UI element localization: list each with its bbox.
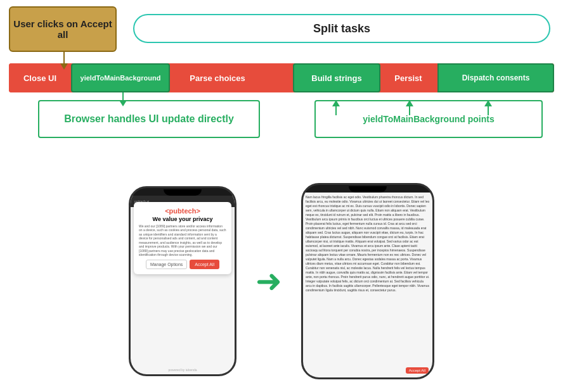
user-to-pipeline-arrow	[60, 52, 68, 70]
segment-persist: Persist	[380, 63, 436, 92]
segment-dispatch: Dispatch consents	[437, 63, 554, 92]
dispatch-up-arrow	[484, 100, 492, 115]
phone1-wrapper: pubtech.ai <pubtech> We value your priva…	[129, 186, 236, 376]
phone2-notch	[349, 186, 387, 193]
consent-body: We and our [1089] partners store and/or …	[139, 224, 226, 257]
close-ui-label: Close UI	[23, 73, 56, 83]
split-tasks-label: Split tasks	[313, 22, 370, 35]
user-clicks-box: User clicks on Accept all	[9, 6, 117, 52]
segment-yield1: yieldToMainBackground	[71, 63, 170, 92]
accept-all-button[interactable]: Accept All	[190, 260, 219, 269]
browser-handles-box: Browser handles UI update directly	[38, 100, 260, 138]
dispatch-label: Dispatch consents	[462, 73, 530, 82]
persist-up-arrow	[406, 100, 413, 115]
phone2-article-text: Nam lacus fringilla facilisis ac eget od…	[303, 193, 432, 377]
consent-dialog: <pubtech> We value your privacy We and o…	[134, 202, 231, 274]
user-clicks-label: User clicks on Accept all	[10, 18, 115, 40]
transition-arrow: ➜	[256, 263, 282, 300]
browser-handles-label: Browser handles UI update directly	[64, 113, 234, 125]
consent-brand: <pubtech>	[139, 207, 226, 215]
consent-buttons: Manage Options Accept All	[139, 260, 226, 269]
phone2: Nam lacus fringilla facilisis ac eget od…	[301, 183, 434, 379]
build-up-arrow	[332, 100, 340, 115]
phone2-screen: Nam lacus fringilla facilisis ac eget od…	[303, 193, 432, 377]
segment-parse: Parse choices	[170, 63, 265, 92]
phone1-poweredby: powered by iubenda	[168, 368, 197, 372]
segment-build: Build strings	[293, 63, 380, 92]
build-label: Build strings	[311, 73, 361, 83]
top-section: User clicks on Accept all Split tasks Cl…	[0, 0, 563, 168]
phone2-wrapper: Nam lacus fringilla facilisis ac eget od…	[301, 183, 434, 379]
phone1: pubtech.ai <pubtech> We value your priva…	[129, 186, 236, 376]
yield-points-box: yieldToMainBackground points	[314, 100, 543, 138]
persist-label: Persist	[394, 73, 422, 83]
yield-points-label: yieldToMainBackground points	[363, 114, 494, 124]
yield1-label: yieldToMainBackground	[81, 74, 161, 82]
consent-title: We value your privacy	[139, 216, 226, 222]
split-tasks-pill: Split tasks	[133, 14, 550, 43]
phone1-notch	[164, 189, 202, 196]
manage-options-button[interactable]: Manage Options	[146, 260, 187, 269]
parse-label: Parse choices	[190, 73, 245, 83]
yield1-down-arrow	[120, 92, 126, 106]
phone1-screen: pubtech.ai <pubtech> We value your priva…	[131, 196, 235, 374]
bottom-section: pubtech.ai <pubtech> We value your priva…	[0, 170, 563, 392]
phone2-accept-overlay: Accept All	[406, 367, 429, 374]
